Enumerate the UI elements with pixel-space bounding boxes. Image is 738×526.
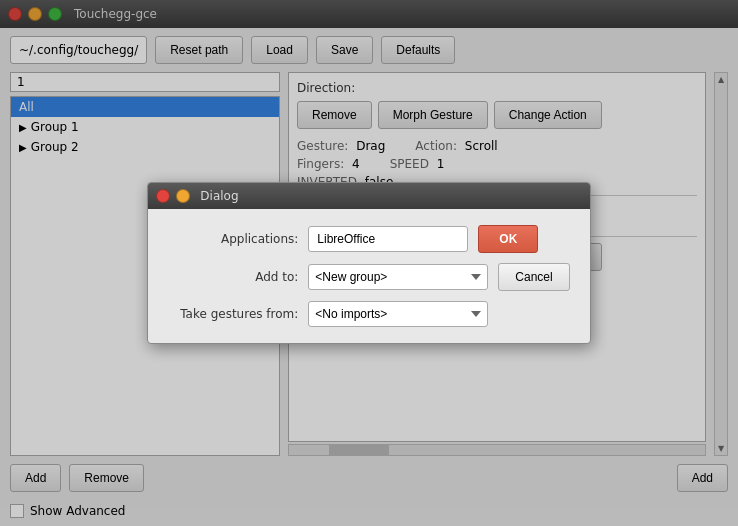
take-gestures-label: Take gestures from: bbox=[168, 307, 298, 321]
ok-button[interactable]: OK bbox=[478, 225, 538, 253]
add-to-label: Add to: bbox=[168, 270, 298, 284]
applications-input[interactable] bbox=[308, 226, 468, 252]
applications-label: Applications: bbox=[168, 232, 298, 246]
dialog-body: Applications: OK Add to: <New group> All… bbox=[148, 209, 589, 343]
add-to-select[interactable]: <New group> All Group 1 Group 2 bbox=[308, 264, 488, 290]
add-to-row: Add to: <New group> All Group 1 Group 2 … bbox=[168, 263, 569, 291]
take-gestures-select[interactable]: <No imports> bbox=[308, 301, 488, 327]
dialog-minimize-button[interactable] bbox=[176, 189, 190, 203]
take-gestures-row: Take gestures from: <No imports> bbox=[168, 301, 569, 327]
applications-row: Applications: OK bbox=[168, 225, 569, 253]
dialog-titlebar: Dialog bbox=[148, 183, 589, 209]
dialog: Dialog Applications: OK Add to: <New gro… bbox=[147, 182, 590, 344]
cancel-button[interactable]: Cancel bbox=[498, 263, 569, 291]
dialog-title: Dialog bbox=[200, 189, 238, 203]
dialog-overlay: Dialog Applications: OK Add to: <New gro… bbox=[0, 0, 738, 526]
dialog-close-button[interactable] bbox=[156, 189, 170, 203]
